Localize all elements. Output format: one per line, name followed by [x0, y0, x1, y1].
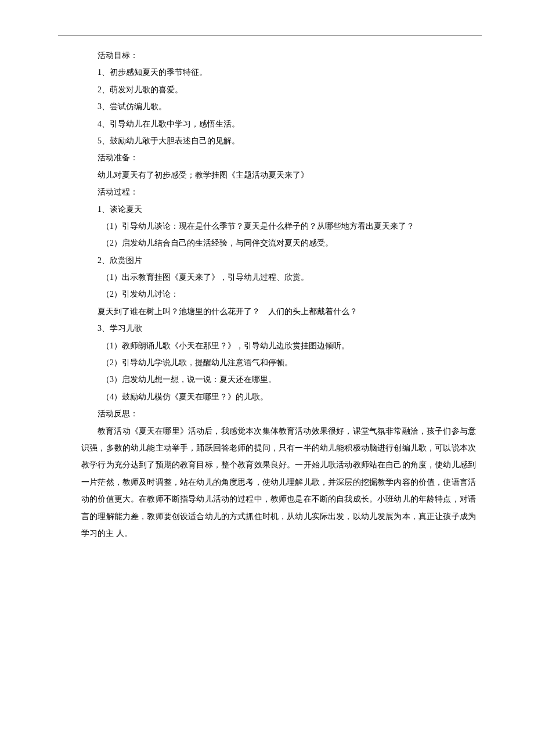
process-sub-item: （4）鼓励幼儿模仿《夏天在哪里？》的儿歌。 — [81, 388, 476, 405]
goal-item: 5、鼓励幼儿敢于大胆表述自己的见解。 — [81, 132, 476, 149]
goal-item: 2、萌发对儿歌的喜爱。 — [81, 81, 476, 98]
process-3-title: 3、学习儿歌 — [81, 320, 476, 337]
reflect-paragraph: 教育活动《夏天在哪里》活动后，我感觉本次集体教育活动效果很好，课堂气氛非常融洽，… — [81, 423, 476, 542]
goal-item: 4、引导幼儿在儿歌中学习，感悟生活。 — [81, 116, 476, 132]
process-2-title: 2、欣赏图片 — [81, 252, 476, 269]
process-sub-item: （2）引导幼儿学说儿歌，提醒幼儿注意语气和停顿。 — [81, 354, 476, 371]
process-question: 夏天到了谁在树上叫？池塘里的什么花开了？ 人们的头上都戴着什么？ — [81, 303, 476, 320]
process-sub-item: （3）启发幼儿想一想，说一说：夏天还在哪里。 — [81, 371, 476, 388]
process-sub-item: （1）出示教育挂图《夏天来了》，引导幼儿过程、欣赏。 — [81, 269, 476, 286]
process-sub-item: （1）教师朗诵儿歌《小天在那里？》，引导幼儿边欣赏挂图边倾听。 — [81, 337, 476, 354]
goal-item: 3、尝试仿编儿歌。 — [81, 98, 476, 115]
section-prep-title: 活动准备： — [81, 149, 476, 166]
process-1-title: 1、谈论夏天 — [81, 201, 476, 218]
section-process-title: 活动过程： — [81, 183, 476, 200]
process-sub-item: （2）启发幼儿结合自己的生活经验，与同伴交流对夏天的感受。 — [81, 235, 476, 251]
header-divider — [58, 35, 482, 35]
process-sub-item: （2）引发幼儿讨论： — [81, 286, 476, 303]
section-reflect-title: 活动反思： — [81, 405, 476, 422]
prep-text: 幼儿对夏天有了初步感受；教学挂图《主题活动夏天来了》 — [81, 167, 476, 183]
goal-item: 1、初步感知夏天的季节特征。 — [81, 64, 476, 81]
process-sub-item: （1）引导幼儿谈论：现在是什么季节？夏天是什么样子的？从哪些地方看出夏天来了？ — [81, 218, 476, 235]
section-goals-title: 活动目标： — [81, 47, 476, 64]
